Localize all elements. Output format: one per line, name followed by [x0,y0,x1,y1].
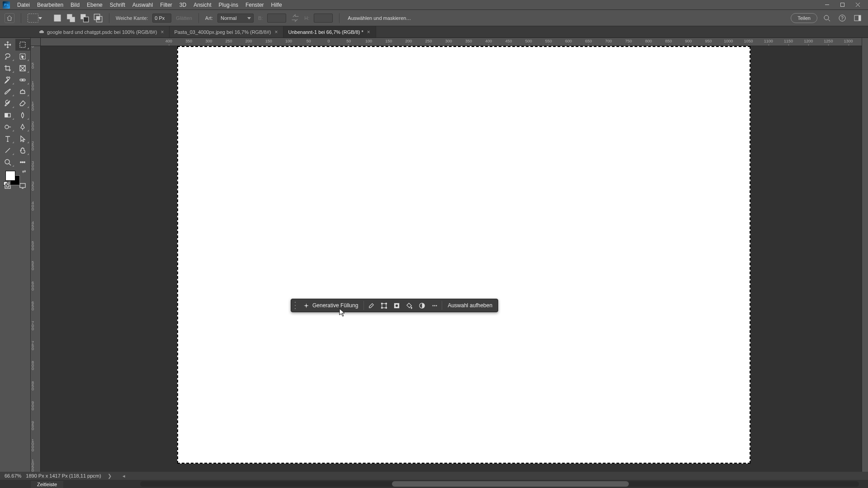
viewport[interactable]: Generative Füllung Auswahl aufheben [41,46,862,472]
type-tool[interactable] [0,133,15,145]
ruler-tick: 500 [525,39,532,43]
scroll-left-icon[interactable]: ◂ [121,473,127,479]
blur-tool[interactable] [15,109,31,121]
path-selection-tool[interactable] [15,133,31,145]
more-options-button[interactable] [428,300,441,311]
fill-selection-button[interactable] [403,300,415,311]
swap-colors-icon[interactable]: ⇄ [22,169,26,174]
help-icon[interactable]: ? [836,12,848,24]
ruler-tick: 300 [445,39,452,43]
menu-fenster[interactable]: Fenster [242,0,268,10]
selection-subtract-icon[interactable] [80,14,89,23]
menu-hilfe[interactable]: Hilfe [268,0,286,10]
horizontal-ruler[interactable]: 4003503002502001501005005010015020025030… [41,38,862,46]
zoom-tool[interactable] [0,156,15,168]
svg-rect-18 [20,42,25,47]
ruler-tick: 250 [32,141,34,151]
move-tool[interactable] [0,39,15,51]
healing-brush-tool[interactable] [15,74,31,86]
horizontal-scrollbar[interactable] [140,481,859,487]
zoom-level[interactable]: 66.67% [5,473,21,479]
selection-add-icon[interactable] [66,14,75,23]
ruler-origin[interactable] [31,38,41,46]
ruler-tick: 350 [185,39,192,43]
adjustment-layer-button[interactable] [415,300,428,311]
window-maximize-button[interactable] [835,0,850,10]
ruler-tick: 650 [585,39,592,43]
menu-filter[interactable]: Filter [156,0,176,10]
lasso-tool[interactable] [0,51,15,62]
document-canvas[interactable] [177,46,750,464]
clone-stamp-tool[interactable] [15,86,31,98]
hand-tool[interactable] [15,145,31,156]
drag-handle-icon[interactable] [294,300,297,310]
timeline-panel-tab[interactable]: Zeitleiste [31,480,63,488]
close-icon[interactable]: × [160,29,165,35]
edit-toolbar-icon[interactable] [15,156,31,168]
marquee-tool[interactable] [15,39,31,51]
scrollbar-thumb[interactable] [392,481,629,487]
tab-document-1[interactable]: Pasta_03_4000px.jpeg bei 16,7% (RGB/8#) … [170,26,283,38]
close-icon[interactable]: × [274,29,278,35]
tab-document-2[interactable]: Unbenannt-1 bei 66,7% (RGB/8) * × [283,26,376,38]
generative-fill-button[interactable]: Generative Füllung [298,300,363,311]
svg-point-33 [20,162,22,163]
eyedropper-tool[interactable] [0,74,15,86]
close-icon[interactable]: × [366,29,371,35]
crop-tool[interactable] [0,62,15,74]
tool-preset-picker[interactable] [28,14,38,23]
mask-selection-button[interactable] [390,300,403,311]
deselect-button[interactable]: Auswahl aufheben [443,300,497,311]
eraser-tool[interactable] [15,98,31,109]
selection-intersect-icon[interactable] [94,14,103,23]
svg-text:?: ? [841,16,844,21]
history-brush-tool[interactable] [0,98,15,109]
svg-point-52 [436,305,437,306]
home-button[interactable] [5,13,14,23]
style-select[interactable]: Normal [217,14,254,23]
gradient-tool[interactable] [0,109,15,121]
svg-rect-8 [84,17,89,22]
right-panel-collapsed[interactable] [862,38,868,472]
swap-dimensions-icon[interactable] [291,14,300,23]
brush-tool[interactable] [0,86,15,98]
menu-auswahl[interactable]: Auswahl [129,0,156,10]
document-info[interactable]: 1890 Px x 1417 Px (118,11 ppcm) [26,473,101,479]
ruler-tick: 650 [32,301,34,310]
ruler-tick: 400 [32,201,34,211]
menu-datei[interactable]: Datei [14,0,33,10]
menu-ebene[interactable]: Ebene [83,0,106,10]
contextual-taskbar[interactable]: Generative Füllung Auswahl aufheben [291,299,498,312]
svg-point-48 [395,304,398,307]
feather-input[interactable] [152,14,171,23]
object-selection-tool[interactable] [15,51,31,62]
menu-bearbeiten[interactable]: Bearbeiten [33,0,67,10]
selection-new-icon[interactable] [53,14,62,23]
shape-tool[interactable] [0,145,15,156]
menu-ansicht[interactable]: Ansicht [190,0,215,10]
info-chevron-icon[interactable]: ❯ [106,473,113,479]
ruler-tick: 50 [307,39,311,43]
transform-selection-button[interactable] [377,300,390,311]
ruler-tick: 850 [665,39,672,43]
ruler-tick: 700 [605,39,612,43]
vertical-ruler[interactable]: 0501001502002503003504004505005506006507… [31,46,41,472]
mouse-cursor [339,308,345,317]
modify-selection-button[interactable] [365,300,377,311]
menu-schrift[interactable]: Schrift [106,0,129,10]
window-close-button[interactable] [850,0,865,10]
select-and-mask-button[interactable]: Auswählen und maskieren… [346,15,413,21]
search-icon[interactable] [821,12,833,24]
menu-plugins[interactable]: Plug-ins [215,0,242,10]
pen-tool[interactable] [15,121,31,133]
dodge-tool[interactable] [0,121,15,133]
share-button[interactable]: Teilen [791,13,817,23]
window-minimize-button[interactable] [819,0,835,10]
tab-document-0[interactable]: google bard und chatgpt.psdc bei 100% (R… [34,26,170,38]
menu-3d[interactable]: 3D [176,0,190,10]
foreground-color[interactable] [5,171,15,181]
workspace-icon[interactable] [852,12,863,24]
menu-bild[interactable]: Bild [67,0,83,10]
ruler-tick: 50 [32,63,34,69]
frame-tool[interactable] [15,62,31,74]
